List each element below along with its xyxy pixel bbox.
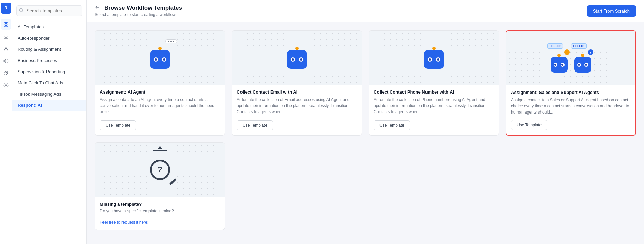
card-body-4: Assignment: Sales and Support AI Agents … [506, 85, 635, 135]
template-card-missing[interactable]: ? Missing a template? Do you have a spec… [95, 142, 225, 230]
missing-card-body: Missing a template? Do you have a specif… [95, 197, 225, 230]
header: Browse Workflow Templates Select a templ… [87, 0, 644, 22]
main-content: Browse Workflow Templates Select a templ… [87, 0, 644, 244]
card-title-3: Collect Contact Phone Number with AI [374, 89, 494, 95]
svg-line-11 [22, 11, 23, 12]
nav-download-icon[interactable] [1, 31, 12, 42]
card-title-2: Collect Contact Email with AI [237, 89, 357, 95]
template-card-assignment-ai-agent[interactable]: Assignment: AI Agent Assign a contact to… [95, 30, 225, 136]
sidebar-item-meta-click-to-chat[interactable]: Meta Click To Chat Ads [12, 77, 86, 88]
nav-team-icon[interactable] [1, 68, 12, 79]
content-area: Assignment: AI Agent Assign a contact to… [87, 22, 644, 244]
svg-marker-6 [4, 59, 6, 62]
template-card-sales-support[interactable]: HELLO! ! [506, 30, 636, 136]
svg-point-5 [5, 47, 7, 49]
use-template-button-2[interactable]: Use Template [237, 120, 273, 130]
nav-settings-icon[interactable] [1, 80, 12, 91]
sidebar-item-respond-ai[interactable]: Respond AI [12, 100, 86, 111]
svg-point-9 [5, 85, 7, 86]
svg-point-8 [6, 72, 8, 73]
search-icon [19, 8, 23, 14]
nav-bar: R [0, 0, 12, 244]
svg-point-7 [5, 72, 6, 73]
nav-broadcast-icon[interactable] [1, 56, 12, 66]
card-body-1: Assignment: AI Agent Assign a contact to… [95, 85, 225, 135]
back-icon[interactable] [95, 5, 100, 12]
sidebar-item-auto-responder[interactable]: Auto-Responder [12, 33, 86, 44]
card-body-3: Collect Contact Phone Number with AI Aut… [369, 85, 499, 135]
card-image-2 [232, 30, 362, 85]
sidebar-item-routing-assignment[interactable]: Routing & Assignment [12, 44, 86, 55]
missing-card-link[interactable]: Feel free to request it here! [100, 220, 148, 225]
card-title-1: Assignment: AI Agent [100, 89, 220, 95]
template-card-collect-phone[interactable]: Collect Contact Phone Number with AI Aut… [369, 30, 499, 136]
use-template-button-1[interactable]: Use Template [100, 120, 136, 130]
template-card-collect-email[interactable]: Collect Contact Email with AI Automate t… [232, 30, 362, 136]
card-image-1 [95, 30, 225, 85]
svg-point-10 [20, 8, 23, 12]
card-desc-3: Automate the collection of Phone numbers… [374, 97, 494, 116]
card-desc-2: Automate the collection of Email address… [237, 97, 357, 116]
card-desc-1: Assign a contact to an AI agent every ti… [100, 97, 220, 116]
card-title-4: Assignment: Sales and Support AI Agents [511, 90, 630, 95]
sidebar-item-supervision-reporting[interactable]: Supervision & Reporting [12, 66, 86, 77]
nav-contacts-icon[interactable] [1, 43, 12, 54]
use-template-button-3[interactable]: Use Template [374, 120, 410, 130]
svg-rect-3 [6, 25, 8, 26]
page-subtitle: Select a template to start creating a wo… [95, 12, 182, 17]
svg-rect-1 [6, 22, 8, 24]
nav-home-icon[interactable] [1, 19, 12, 30]
missing-card-desc: Do you have a specific template in mind? [100, 209, 220, 214]
card-desc-4: Assign a contact to a Sales or Support A… [511, 97, 630, 115]
svg-rect-0 [4, 22, 6, 24]
search-input[interactable] [16, 5, 82, 16]
card-body-2: Collect Contact Email with AI Automate t… [232, 85, 362, 135]
page-title: Browse Workflow Templates [95, 5, 182, 12]
header-left: Browse Workflow Templates Select a templ… [95, 5, 182, 17]
missing-card-title: Missing a template? [100, 202, 220, 207]
sidebar-item-business-processes[interactable]: Business Processes [12, 55, 86, 66]
card-image-4: HELLO! ! [506, 31, 635, 85]
nav-user-avatar[interactable]: R [1, 3, 12, 14]
use-template-button-4[interactable]: Use Template [511, 120, 547, 130]
start-from-scratch-button[interactable]: Start From Scratch [587, 5, 636, 17]
sidebar: All Templates Auto-Responder Routing & A… [12, 0, 87, 244]
svg-rect-2 [4, 25, 6, 26]
sidebar-item-all-templates[interactable]: All Templates [12, 21, 86, 33]
card-image-3 [369, 30, 499, 85]
sidebar-item-tiktok-messaging[interactable]: TikTok Messaging Ads [12, 88, 86, 100]
missing-card-image: ? [95, 143, 225, 197]
template-grid: Assignment: AI Agent Assign a contact to… [95, 30, 636, 230]
search-box [16, 5, 82, 16]
